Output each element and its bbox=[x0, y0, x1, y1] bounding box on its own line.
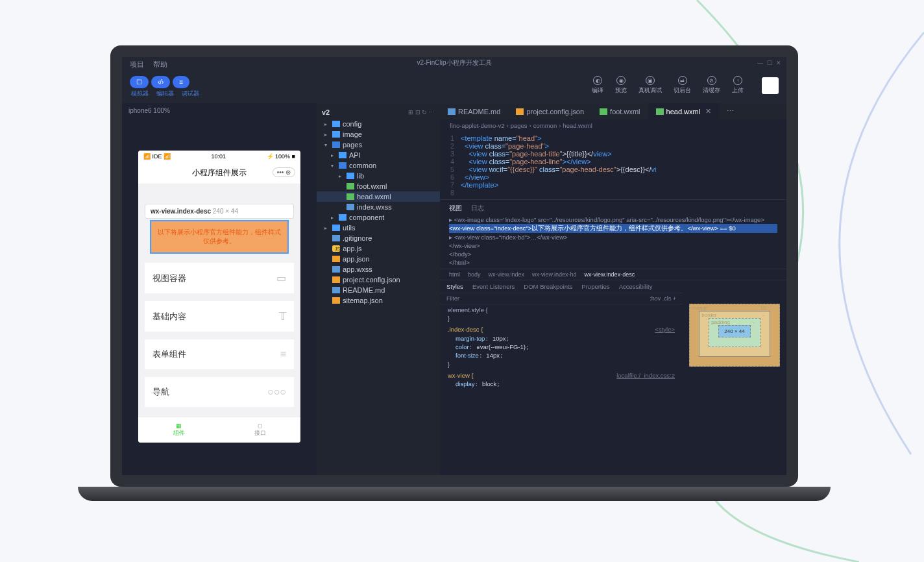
dom-breadcrumb[interactable]: htmlbodywx-view.indexwx-view.index-hdwx-… bbox=[440, 269, 786, 280]
pill-simulator-icon[interactable]: ☐ bbox=[130, 76, 149, 88]
folder-common[interactable]: ▾common bbox=[317, 160, 440, 171]
tab-foot[interactable]: foot.wxml bbox=[592, 103, 648, 119]
menu-project[interactable]: 项目 bbox=[130, 60, 144, 69]
selected-element-highlight[interactable]: 以下将展示小程序官方组件能力，组件样式仅供参考。 bbox=[151, 221, 287, 252]
file-foot-wxml[interactable]: foot.wxml bbox=[317, 181, 440, 191]
folder-component[interactable]: ▸component bbox=[317, 212, 440, 223]
pill-editor-icon[interactable]: ‹/› bbox=[151, 76, 170, 88]
editor-tabs: README.md project.config.json foot.wxml … bbox=[440, 103, 786, 119]
action-compile[interactable]: ◐编译 bbox=[592, 76, 603, 95]
phone-statusbar: 📶 IDE 📶10:01⚡ 100% ■ bbox=[138, 151, 300, 162]
phone-tab-api[interactable]: ◻接口 bbox=[219, 417, 300, 443]
more-icon: ○○○ bbox=[267, 386, 286, 398]
editor-pane: README.md project.config.json foot.wxml … bbox=[440, 103, 786, 487]
switch-icon: ⇄ bbox=[678, 76, 687, 85]
file-index-wxss[interactable]: index.wxss bbox=[317, 202, 440, 212]
list-icon: ≡ bbox=[280, 348, 286, 360]
element-style-rule[interactable]: element.style {} bbox=[440, 304, 683, 324]
window-controls[interactable]: —☐✕ bbox=[757, 60, 781, 66]
pill-debugger-label: 调试器 bbox=[182, 90, 199, 98]
view-mode-pills: ☐ ‹/› ≡ 模拟器 编辑器 调试器 bbox=[130, 76, 199, 98]
tab-head[interactable]: head.wxml✕ bbox=[648, 103, 720, 119]
index-desc-rule[interactable]: .index-desc {<style> margin-top: 10px; c… bbox=[440, 324, 683, 369]
simulator-pane: iphone6 100% 📶 IDE 📶10:01⚡ 100% ■ 小程序组件展… bbox=[122, 103, 317, 487]
phone-simulator: 📶 IDE 📶10:01⚡ 100% ■ 小程序组件展示 ••• ⊗ wx-vi… bbox=[138, 151, 300, 443]
capsule-button[interactable]: ••• ⊗ bbox=[273, 167, 295, 177]
phone-tab-component[interactable]: ▦组件 bbox=[138, 417, 219, 443]
folder-config[interactable]: ▸config bbox=[317, 119, 440, 129]
properties-tab[interactable]: Properties bbox=[581, 283, 609, 290]
preview-icon: ◉ bbox=[616, 76, 626, 85]
action-switch-bg[interactable]: ⇄切后台 bbox=[674, 76, 691, 95]
user-avatar[interactable] bbox=[762, 77, 779, 94]
text-icon: 𝕋 bbox=[279, 310, 286, 323]
file-gitignore[interactable]: .gitignore bbox=[317, 233, 440, 243]
device-info[interactable]: iphone6 100% bbox=[122, 103, 317, 118]
accessibility-tab[interactable]: Accessibility bbox=[619, 283, 653, 290]
menu-help[interactable]: 帮助 bbox=[153, 60, 167, 69]
styles-filter[interactable]: Filter bbox=[446, 295, 459, 302]
action-real-device[interactable]: ▣真机调试 bbox=[638, 76, 662, 95]
component-icon: ▦ bbox=[143, 422, 214, 429]
phone-title: 小程序组件展示 ••• ⊗ bbox=[138, 162, 300, 184]
pill-simulator-label: 模拟器 bbox=[131, 90, 149, 98]
box-model[interactable]: margin10 border- padding- 240 × 44 bbox=[683, 280, 786, 390]
file-project-config[interactable]: project.config.json bbox=[317, 275, 440, 285]
breadcrumb[interactable]: fino-applet-demo-v2›pages›common›head.wx… bbox=[440, 119, 786, 132]
dom-tree[interactable]: ▸ <wx-image class="index-logo" src="../r… bbox=[440, 214, 786, 269]
styles-tab[interactable]: Styles bbox=[446, 283, 463, 290]
hov-toggle[interactable]: :hov bbox=[650, 295, 661, 302]
folder-api[interactable]: ▸API bbox=[317, 150, 440, 160]
file-app-js[interactable]: JSapp.js bbox=[317, 243, 440, 254]
dom-breakpoints-tab[interactable]: DOM Breakpoints bbox=[524, 283, 572, 290]
styles-panel: Styles Event Listeners DOM Breakpoints P… bbox=[440, 280, 683, 390]
file-app-json[interactable]: app.json bbox=[317, 254, 440, 264]
wx-view-rule[interactable]: wx-view {localfile:/_index.css:2 display… bbox=[440, 370, 683, 390]
pill-debugger-icon[interactable]: ≡ bbox=[173, 76, 189, 88]
menu-nav[interactable]: 导航○○○ bbox=[145, 377, 294, 407]
dom-tab-view[interactable]: 视图 bbox=[449, 204, 462, 213]
container-icon: ▭ bbox=[276, 272, 286, 284]
menu-basic-content[interactable]: 基础内容𝕋 bbox=[145, 301, 294, 332]
file-explorer: v2⊞ ⊡ ↻ ⋯ ▸config ▸image ▾pages ▸API ▾co… bbox=[317, 103, 440, 487]
file-sitemap[interactable]: sitemap.json bbox=[317, 295, 440, 306]
file-readme[interactable]: README.md bbox=[317, 285, 440, 295]
event-listeners-tab[interactable]: Event Listeners bbox=[472, 283, 515, 290]
menu-form[interactable]: 表单组件≡ bbox=[145, 339, 294, 369]
file-app-wxss[interactable]: app.wxss bbox=[317, 264, 440, 275]
tab-readme[interactable]: README.md bbox=[440, 103, 508, 119]
device-icon: ▣ bbox=[646, 76, 655, 85]
file-head-wxml[interactable]: head.wxml bbox=[317, 191, 440, 202]
action-upload[interactable]: ↑上传 bbox=[732, 76, 744, 95]
tab-more[interactable]: ⋯ bbox=[719, 103, 742, 119]
project-root[interactable]: v2 bbox=[322, 108, 330, 116]
api-icon: ◻ bbox=[225, 422, 295, 429]
close-tab-icon[interactable]: ✕ bbox=[705, 107, 711, 116]
menu-view-container[interactable]: 视图容器▭ bbox=[145, 263, 294, 293]
dom-inspector: 视图日志 ▸ <wx-image class="index-logo" src=… bbox=[440, 199, 786, 392]
pill-editor-label: 编辑器 bbox=[156, 90, 174, 98]
action-preview[interactable]: ◉预览 bbox=[615, 76, 627, 95]
dom-tab-log[interactable]: 日志 bbox=[471, 204, 484, 213]
upload-icon: ↑ bbox=[733, 76, 742, 85]
folder-lib[interactable]: ▸lib bbox=[317, 171, 440, 181]
cls-toggle[interactable]: .cls bbox=[663, 295, 672, 302]
inspector-tooltip: wx-view.index-desc 240 × 44 bbox=[145, 204, 294, 219]
app-title: v2-FinClip小程序开发工具 bbox=[417, 58, 491, 67]
clear-icon: ⊘ bbox=[707, 76, 716, 85]
explorer-actions[interactable]: ⊞ ⊡ ↻ ⋯ bbox=[408, 109, 435, 116]
tab-project-config[interactable]: project.config.json bbox=[508, 103, 592, 119]
folder-utils[interactable]: ▸utils bbox=[317, 223, 440, 233]
action-clear-cache[interactable]: ⊘清缓存 bbox=[703, 76, 720, 95]
compile-icon: ◐ bbox=[593, 76, 602, 85]
code-editor[interactable]: 1<template name="head"> 2 <view class="p… bbox=[440, 132, 786, 199]
folder-image[interactable]: ▸image bbox=[317, 129, 440, 140]
folder-pages[interactable]: ▾pages bbox=[317, 140, 440, 150]
